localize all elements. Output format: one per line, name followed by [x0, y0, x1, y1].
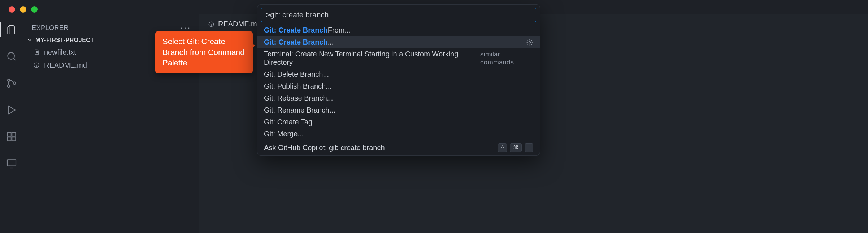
command-rest: From...: [328, 26, 351, 34]
command-rest: ...: [328, 38, 334, 46]
svg-point-1: [8, 79, 10, 82]
extensions-icon[interactable]: [4, 130, 19, 144]
search-icon[interactable]: [4, 49, 19, 64]
svg-point-3: [13, 82, 16, 85]
command-rest: Git: Create Tag: [264, 118, 312, 126]
command-rest: Git: Publish Branch...: [264, 82, 332, 90]
command-rest: Git: Rename Branch...: [264, 106, 335, 114]
command-item-git-publish-branch[interactable]: Git: Publish Branch...: [257, 80, 540, 92]
kbd-key: ⌘: [510, 143, 522, 152]
kbd-key: I: [525, 143, 533, 152]
svg-point-0: [8, 52, 14, 59]
tutorial-callout: Select Git: Create Branch from Command P…: [155, 31, 253, 73]
command-item-terminal-create-new[interactable]: Terminal: Create New Terminal Starting i…: [257, 48, 540, 68]
command-rest: Git: Rebase Branch...: [264, 94, 333, 102]
command-palette-list: Git: Create Branch From... Git: Create B…: [257, 24, 540, 155]
command-rest: Git: Delete Branch...: [264, 70, 329, 79]
kbd-key: ^: [498, 143, 507, 152]
command-item-git-create-tag[interactable]: Git: Create Tag: [257, 116, 540, 128]
command-match: Git: Create Branch: [264, 26, 328, 34]
activity-bar: [0, 17, 23, 233]
command-match: Git: Create Branch: [264, 38, 328, 46]
command-item-git-rename-branch[interactable]: Git: Rename Branch...: [257, 104, 540, 116]
info-icon: [208, 21, 214, 27]
svg-point-4: [8, 113, 9, 114]
command-rest: Ask GitHub Copilot: git: create branch: [264, 144, 385, 152]
remote-icon[interactable]: [4, 156, 19, 171]
command-rest: Terminal: Create New Terminal Starting i…: [264, 50, 480, 67]
run-debug-icon[interactable]: [4, 103, 19, 117]
file-label: README.md: [44, 61, 87, 69]
close-window-button[interactable]: [9, 6, 15, 13]
explorer-icon[interactable]: [4, 22, 19, 37]
file-label: newfile.txt: [44, 48, 76, 56]
minimize-window-button[interactable]: [20, 6, 26, 13]
command-item-git-rebase-branch[interactable]: Git: Rebase Branch...: [257, 92, 540, 104]
gear-icon[interactable]: [526, 39, 533, 46]
svg-rect-6: [8, 137, 11, 141]
window-controls: [9, 6, 38, 13]
svg-rect-7: [12, 137, 16, 141]
tab-label: README.md: [218, 20, 261, 28]
chevron-down-icon: [27, 37, 32, 43]
svg-point-13: [529, 41, 531, 43]
svg-point-2: [8, 85, 10, 88]
command-palette-input[interactable]: [261, 8, 536, 22]
svg-rect-5: [8, 133, 11, 136]
svg-rect-9: [7, 160, 16, 166]
info-icon: [32, 62, 40, 68]
command-item-git-merge[interactable]: Git: Merge...: [257, 128, 540, 140]
callout-text: Select Git: Create Branch from Command P…: [162, 37, 244, 67]
command-palette: Git: Create Branch From... Git: Create B…: [257, 4, 540, 156]
folder-name: MY-FIRST-PROJECT: [35, 37, 94, 43]
svg-rect-8: [12, 133, 16, 136]
keyboard-shortcut: ^ ⌘ I: [498, 143, 533, 152]
command-item-git-create-branch[interactable]: Git: Create Branch ...: [257, 36, 540, 48]
file-lines-icon: [32, 49, 40, 55]
source-control-icon[interactable]: [4, 76, 19, 90]
command-item-git-create-branch-from[interactable]: Git: Create Branch From...: [257, 24, 540, 36]
similar-commands-hint: similar commands: [480, 50, 533, 66]
command-rest: Git: Merge...: [264, 130, 304, 138]
maximize-window-button[interactable]: [31, 6, 38, 13]
command-item-ask-copilot[interactable]: Ask GitHub Copilot: git: create branch ^…: [257, 141, 540, 154]
sidebar-title: EXPLORER: [32, 24, 69, 32]
svg-point-10: [9, 165, 10, 166]
command-item-git-delete-branch[interactable]: Git: Delete Branch...: [257, 68, 540, 80]
